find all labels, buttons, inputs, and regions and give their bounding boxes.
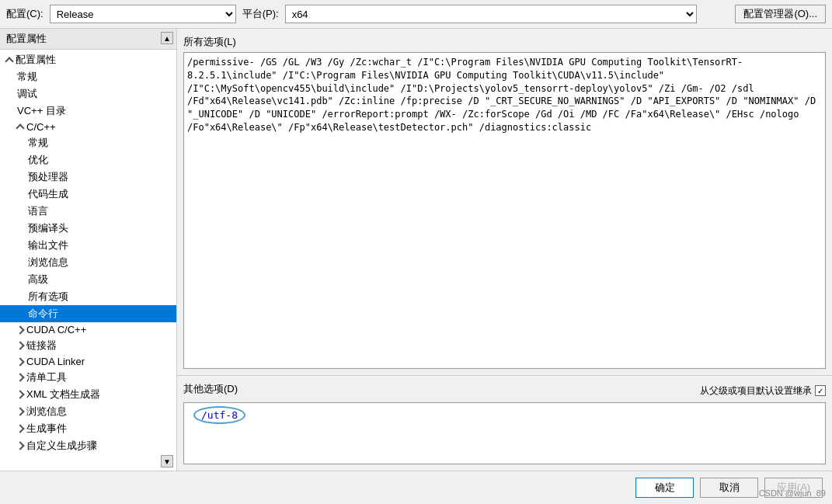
- sidebar-item-label: 预处理器: [28, 170, 68, 184]
- sidebar-item-c-changgui[interactable]: 常规: [0, 134, 176, 151]
- sidebar-item-shengcheng[interactable]: 生成事件: [0, 420, 176, 437]
- sidebar-item-mingling[interactable]: 命令行: [0, 305, 176, 322]
- sidebar-item-liulan[interactable]: 浏览信息: [0, 254, 176, 271]
- sidebar-item-gaoji[interactable]: 高级: [0, 271, 176, 288]
- main-content: 配置属性 ▲ ▼ 配置属性 常规 调试 VC++ 目录: [0, 29, 832, 471]
- sidebar-title: 配置属性: [6, 32, 47, 46]
- sidebar-item-label: 自定义生成步骤: [26, 439, 97, 453]
- platform-select[interactable]: x64: [285, 5, 697, 23]
- expand-arrow-linker: [16, 341, 24, 349]
- expand-arrow-custom: [16, 441, 24, 450]
- all-options-section: 所有选项(L): [177, 29, 832, 375]
- sidebar-item-label: CUDA C/C++: [26, 324, 86, 335]
- other-options-section: 其他选项(D) 从父级或项目默认设置继承 /utf-8: [177, 375, 832, 471]
- sidebar-item-label: VC++ 目录: [17, 104, 66, 118]
- sidebar-item-label: 命令行: [28, 307, 58, 321]
- expand-arrow-cpp: [16, 123, 24, 132]
- sidebar-header: 配置属性 ▲ ▼: [0, 29, 176, 50]
- sidebar-item-label: 常规: [17, 70, 37, 84]
- utf8-value: /utf-8: [193, 406, 245, 424]
- sidebar-item-config-props[interactable]: 配置属性: [0, 51, 176, 68]
- other-options-input[interactable]: /utf-8: [183, 402, 826, 464]
- sidebar-item-label: XML 文档生成器: [26, 388, 100, 401]
- sidebar-item-yubianitou[interactable]: 预编译头: [0, 220, 176, 237]
- expand-arrow-cuda-linker: [16, 357, 24, 366]
- sidebar-item-label: 高级: [28, 273, 48, 287]
- sidebar-item-browse[interactable]: 浏览信息: [0, 403, 176, 420]
- sidebar-item-label: 优化: [28, 153, 48, 167]
- sidebar-item-label: 所有选项: [28, 290, 68, 304]
- sidebar-item-cuda-linker[interactable]: CUDA Linker: [0, 354, 176, 369]
- expand-arrow-xml: [16, 390, 24, 398]
- expand-arrow-browse: [16, 407, 24, 415]
- expand-arrow-cuda: [16, 325, 24, 334]
- sidebar-item-yuyan[interactable]: 语言: [0, 203, 176, 220]
- expand-arrow-manifest: [16, 373, 24, 381]
- all-options-textarea[interactable]: [183, 52, 826, 369]
- sidebar-item-label: 链接器: [26, 339, 57, 353]
- sidebar-item-label: 调试: [17, 87, 37, 101]
- cancel-button[interactable]: 取消: [700, 478, 758, 498]
- all-options-label: 所有选项(L): [183, 35, 826, 49]
- inherit-checkbox[interactable]: [815, 385, 826, 396]
- expand-arrow-build: [16, 424, 24, 433]
- sidebar-item-xml[interactable]: XML 文档生成器: [0, 386, 176, 403]
- sidebar-item-shuchu[interactable]: 输出文件: [0, 237, 176, 254]
- sidebar-item-changgui[interactable]: 常规: [0, 68, 176, 85]
- sidebar-item-qingdan[interactable]: 清单工具: [0, 369, 176, 386]
- sidebar-item-tiaoshi[interactable]: 调试: [0, 85, 176, 103]
- sidebar-item-label: CUDA Linker: [26, 356, 85, 367]
- sidebar-scroll-down[interactable]: ▼: [161, 455, 173, 468]
- sidebar: 配置属性 ▲ ▼ 配置属性 常规 调试 VC++ 目录: [0, 29, 177, 471]
- sidebar-item-label: 语言: [28, 204, 48, 218]
- sidebar-item-label: 代码生成: [28, 187, 68, 201]
- watermark: CSDN @wjun_89: [759, 488, 826, 498]
- other-options-label: 其他选项(D): [183, 382, 238, 396]
- config-manager-button[interactable]: 配置管理器(O)...: [735, 5, 826, 23]
- sidebar-item-label: 输出文件: [28, 238, 68, 252]
- sidebar-item-vc-dir[interactable]: VC++ 目录: [0, 103, 176, 120]
- ok-button[interactable]: 确定: [635, 478, 694, 498]
- sidebar-item-label: 常规: [28, 136, 48, 150]
- other-options-header: 其他选项(D) 从父级或项目默认设置继承: [183, 382, 826, 399]
- sidebar-item-label: 生成事件: [26, 422, 67, 436]
- sidebar-item-yuchuliq[interactable]: 预处理器: [0, 169, 176, 186]
- sidebar-item-label: 配置属性: [16, 53, 56, 67]
- config-select[interactable]: Release: [50, 5, 236, 23]
- sidebar-item-lianjieqi[interactable]: 链接器: [0, 337, 176, 354]
- sidebar-item-cpp[interactable]: C/C++: [0, 120, 176, 134]
- expand-arrow: [5, 57, 13, 65]
- sidebar-item-cuda-cpp[interactable]: CUDA C/C++: [0, 322, 176, 337]
- tree-container: 配置属性 常规 调试 VC++ 目录 C/C++ 常规 优化: [0, 50, 176, 456]
- sidebar-item-label: 清单工具: [26, 370, 67, 384]
- sidebar-item-suoyou[interactable]: 所有选项: [0, 288, 176, 305]
- inherit-text: 从父级或项目默认设置继承: [700, 384, 812, 398]
- sidebar-item-label: 浏览信息: [26, 405, 67, 419]
- sidebar-item-custom[interactable]: 自定义生成步骤: [0, 437, 176, 454]
- sidebar-item-youhua[interactable]: 优化: [0, 151, 176, 169]
- sidebar-item-label: 浏览信息: [28, 255, 68, 269]
- sidebar-item-label: 预编译头: [28, 221, 68, 235]
- sidebar-scroll-up[interactable]: ▲: [161, 32, 173, 44]
- sidebar-item-daima[interactable]: 代码生成: [0, 186, 176, 203]
- right-panel: 所有选项(L) 其他选项(D) 从父级或项目默认设置继承 /utf-8: [177, 29, 832, 471]
- sidebar-item-label: C/C++: [26, 121, 56, 133]
- bottom-bar: 确定 取消 应用(A): [0, 471, 832, 504]
- inherit-container: 从父级或项目默认设置继承: [700, 384, 826, 398]
- config-label: 配置(C):: [6, 7, 44, 21]
- platform-label: 平台(P):: [242, 7, 279, 21]
- top-bar: 配置(C): Release 平台(P): x64 配置管理器(O)...: [0, 0, 832, 29]
